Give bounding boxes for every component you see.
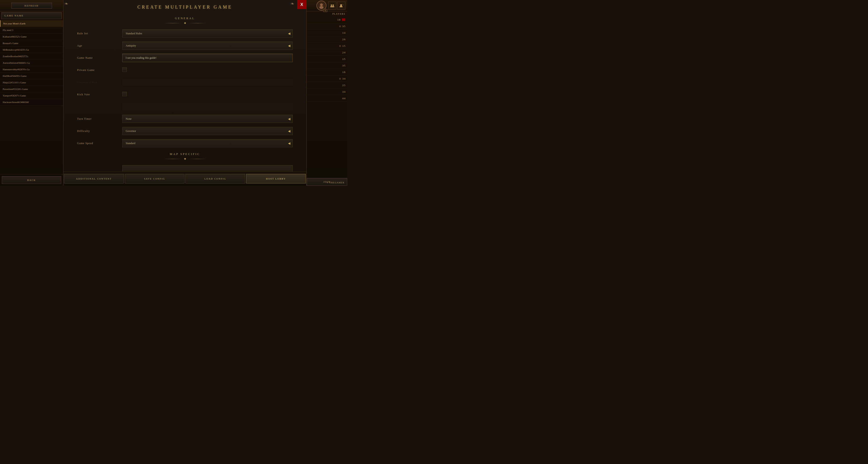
age-select[interactable]: Antiquity Exploration Modern — [122, 41, 293, 50]
game-speed-select[interactable]: Standard Quick Epic Marathon — [122, 139, 293, 147]
game-name-row: Game Name — [77, 53, 293, 62]
map-specific-section-header: MAP SPECIFIC ✦ — [77, 152, 293, 161]
refresh-button[interactable]: REFRESH — [11, 3, 52, 8]
list-item[interactable]: Hammerrobby#82870's Ga — [0, 66, 63, 73]
age-label: Age — [77, 44, 122, 47]
list-item[interactable]: Kalharis#86352's Game — [0, 33, 63, 40]
rule-set-control: Standard Rules Custom Rules ◀ — [122, 29, 293, 37]
player-count-row[interactable]: 2/4 — [307, 49, 347, 56]
divider-line-right — [188, 23, 206, 23]
difficulty-row: Difficulty Governor Settler Chieftain Wa… — [77, 127, 293, 136]
section-divider: ✦ — [77, 21, 293, 25]
player-count-row[interactable]: 2/6 — [307, 36, 347, 43]
svg-point-6 — [340, 4, 342, 6]
player-count-row[interactable]: 3/4 — [307, 89, 347, 95]
list-item[interactable]: MrBrutalcccp#41423's Ga — [0, 46, 63, 53]
group-icon-button[interactable] — [328, 2, 336, 10]
corner-decoration-tl: ❧ — [64, 1, 71, 8]
player-count-row[interactable]: 1/6 — [307, 69, 347, 75]
age-control: Antiquity Exploration Modern ◀ — [122, 41, 293, 50]
close-button[interactable]: X — [297, 0, 306, 9]
player-count-row[interactable]: 4/4 — [307, 95, 347, 102]
save-config-button[interactable]: SAVE CONFIG — [125, 174, 185, 184]
player-count-row[interactable]: ⊞ 1/5 — [307, 43, 347, 49]
game-speed-row: Game Speed Standard Quick Epic Marathon … — [77, 139, 293, 148]
rule-set-label: Rule Set — [77, 32, 122, 35]
back-button[interactable]: BACK — [2, 176, 61, 184]
modal-footer: ADDITIONAL CONTENT SAVE CONFIG LOAD CONF… — [64, 171, 306, 186]
list-item[interactable]: Ffa need 3 — [0, 27, 63, 33]
svg-point-0 — [320, 3, 323, 6]
general-section-header: GENERAL ✦ — [77, 16, 293, 25]
modal-overlay: ❧ ❧ X CREATE MULTIPLAYER GAME GENERAL ✦ … — [63, 0, 307, 186]
player-count-row[interactable]: 2/5 — [307, 82, 347, 89]
difficulty-control: Governor Settler Chieftain Warlord Princ… — [122, 127, 293, 135]
load-config-button[interactable]: LOAD CONFIG — [185, 174, 245, 184]
game-name-control — [122, 54, 293, 62]
player-count-row[interactable]: 1/4 — [307, 30, 347, 36]
expand-icon: ⊞ — [339, 45, 341, 47]
player-count-row[interactable]: ⊞ 3/4 — [307, 75, 347, 82]
svg-text:+: + — [342, 4, 343, 6]
list-item[interactable]: Parasitian#53226's Game — [0, 86, 63, 92]
game-speed-label: Game Speed — [77, 142, 122, 145]
turn-timer-control: None 30 seconds 1 minute 2 minutes ◀ — [122, 115, 293, 123]
game-name-input[interactable] — [122, 54, 293, 62]
player-count-row[interactable]: 1/8 — [307, 16, 347, 23]
list-item[interactable]: Not your Mom's Earth — [0, 20, 63, 27]
kick-vote-checkbox[interactable] — [122, 92, 127, 96]
player-count-row[interactable]: ⊞ 3/5 — [307, 23, 347, 30]
private-game-label: Private Game — [77, 68, 122, 72]
list-item[interactable]: ZombieBrother0#83373's — [0, 53, 63, 60]
additional-content-button[interactable]: ADDITIONAL CONTENT — [64, 174, 124, 184]
divider-ornament: ✦ — [184, 157, 186, 161]
player-count-row[interactable]: 3/5 — [307, 62, 347, 69]
svg-point-1 — [319, 6, 323, 9]
map-type-row — [77, 165, 293, 171]
sidebar-top: REFRESH — [0, 0, 63, 11]
flag-icon — [342, 18, 345, 21]
map-section-divider: ✦ — [77, 157, 293, 161]
divider-line-left — [164, 23, 182, 23]
player-count-row[interactable]: 1/5 — [307, 56, 347, 62]
list-item[interactable]: AuroraSinistra#36666's Ga — [0, 60, 63, 66]
list-item[interactable]: Hal0Boi#58499's Game — [0, 73, 63, 79]
level-badge: 32 — [323, 9, 327, 12]
create-game-modal: ❧ ❧ X CREATE MULTIPLAYER GAME GENERAL ✦ … — [63, 0, 307, 186]
add-friend-icon-button[interactable]: + — [337, 2, 345, 10]
divider-ornament: ✦ — [184, 21, 186, 25]
left-sidebar: REFRESH GAME NAME Not your Mom's Earth F… — [0, 0, 63, 186]
expand-icon: ⊞ — [339, 25, 341, 28]
kick-vote-label: Kick Vote — [77, 93, 122, 96]
turn-timer-select[interactable]: None 30 seconds 1 minute 2 minutes — [122, 115, 293, 123]
list-item[interactable]: Ninja22#51161's Game — [0, 79, 63, 86]
turn-timer-row: Turn Timer None 30 seconds 1 minute 2 mi… — [77, 114, 293, 123]
sidebar-bottom: BACK — [0, 174, 63, 186]
private-game-checkbox[interactable] — [122, 67, 127, 72]
svg-point-5 — [332, 6, 334, 7]
age-row: Age Antiquity Exploration Modern ◀ — [77, 41, 293, 50]
modal-content: GENERAL ✦ Rule Set Standard Rules Custom… — [64, 12, 306, 171]
list-item[interactable]: Bonus4's Game — [0, 40, 63, 46]
list-item[interactable]: HacksawStreetKO#86566' — [0, 99, 63, 105]
rule-set-select[interactable]: Standard Rules Custom Rules — [122, 29, 293, 37]
expand-icon: ⊞ — [339, 77, 341, 80]
svg-point-2 — [331, 4, 332, 6]
kick-vote-row: Kick Vote — [77, 90, 293, 99]
game-speed-control: Standard Quick Epic Marathon ◀ — [122, 139, 293, 147]
private-game-row: Private Game — [77, 66, 293, 74]
right-sidebar: 32 + PLAYERS 1/8 ⊞ 3/5 1/4 2/6 ⊞ 1/5 2/4… — [307, 0, 347, 186]
watermark: ✦ THEGAMER — [327, 181, 344, 184]
rule-set-row: Rule Set Standard Rules Custom Rules ◀ — [77, 29, 293, 38]
difficulty-label: Difficulty — [77, 129, 122, 133]
difficulty-select[interactable]: Governor Settler Chieftain Warlord Princ… — [122, 127, 293, 135]
general-section-title: GENERAL — [77, 16, 293, 20]
list-item[interactable]: Yamper#58267's Game — [0, 92, 63, 99]
game-list: Not your Mom's Earth Ffa need 3 Kalharis… — [0, 20, 63, 174]
players-column-header: PLAYERS — [307, 11, 347, 16]
private-game-control — [122, 67, 293, 73]
right-top-bar: 32 + — [307, 0, 347, 11]
svg-point-7 — [340, 6, 343, 7]
svg-point-3 — [333, 4, 334, 6]
host-lobby-button[interactable]: HOST LOBBY — [246, 174, 306, 184]
